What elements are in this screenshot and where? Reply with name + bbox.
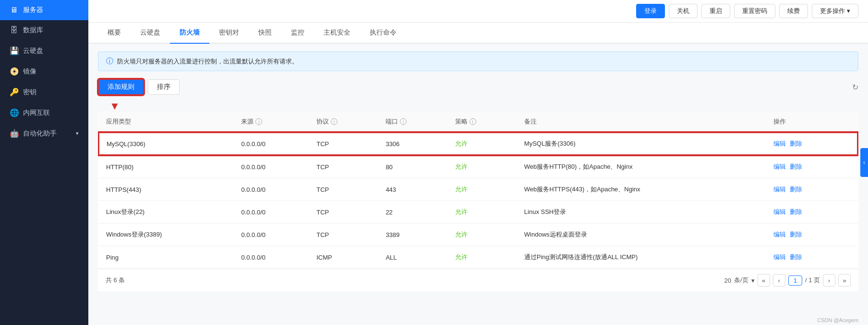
actions-cell: 编辑删除: [766, 201, 858, 224]
table-row: HTTPS(443)0.0.0.0/0TCP443允许Web服务HTTPS(44…: [98, 178, 858, 201]
policy-cell: 允许: [447, 178, 517, 201]
protocol-cell: TCP: [309, 132, 378, 155]
tab-snapshot[interactable]: 快照: [249, 23, 281, 44]
delete-button[interactable]: 删除: [790, 162, 802, 171]
last-page-button[interactable]: »: [838, 274, 851, 287]
prev-page-button[interactable]: ‹: [773, 274, 785, 287]
sidebar-item-disk[interactable]: 💾 云硬盘: [0, 40, 88, 61]
source-info-icon[interactable]: i: [255, 118, 262, 125]
port-cell: 3306: [378, 132, 447, 155]
reset-password-button[interactable]: 重置密码: [734, 4, 775, 18]
tab-overview[interactable]: 概要: [98, 23, 131, 44]
tab-keypair[interactable]: 密钥对: [209, 23, 249, 44]
policy-info-icon[interactable]: i: [470, 118, 476, 125]
sidebar-item-network[interactable]: 🌐 内网互联: [0, 102, 88, 123]
edit-button[interactable]: 编辑: [773, 230, 786, 239]
main-content: 登录 关机 重启 重置密码 续费 更多操作 ▾ 概要 云硬盘 防火墙 密钥对 快…: [88, 0, 868, 325]
content-area: ⓘ 防火墙只对服务器的入流量进行控制，出流量默认允许所有请求。 添加规则 排序 …: [88, 44, 868, 325]
protocol-cell: TCP: [309, 178, 378, 201]
app-type-cell: MySQL(3306): [98, 132, 233, 155]
col-action: 操作: [766, 112, 858, 132]
sidebar-item-mirror[interactable]: 📀 镜像: [0, 61, 88, 82]
source-cell: 0.0.0.0/0: [233, 201, 309, 224]
app-type-cell: Ping: [98, 246, 233, 269]
table-footer: 共 6 条 20 条/页 ▾ « ‹ 1 / 1 页 › »: [98, 269, 858, 291]
table-row: Ping0.0.0.0/0ICMPALL允许通过Ping测试网络连通性(放通AL…: [98, 246, 858, 269]
info-banner-text: 防火墙只对服务器的入流量进行控制，出流量默认允许所有请求。: [117, 57, 298, 66]
shutdown-button[interactable]: 关机: [669, 4, 698, 18]
delete-button[interactable]: 删除: [790, 185, 802, 194]
port-cell: 22: [378, 201, 447, 224]
sidebar-item-server[interactable]: 🖥 服务器: [0, 0, 88, 20]
delete-button[interactable]: 删除: [790, 253, 802, 262]
col-source: 来源 i: [233, 112, 309, 132]
sidebar-item-database[interactable]: 🗄 数据库: [0, 20, 88, 40]
tab-monitor[interactable]: 监控: [281, 23, 314, 44]
info-icon: ⓘ: [106, 57, 113, 66]
protocol-cell: TCP: [309, 201, 378, 224]
tab-disk[interactable]: 云硬盘: [131, 23, 170, 44]
tab-firewall[interactable]: 防火墙: [170, 23, 209, 44]
mirror-icon: 📀: [10, 67, 18, 76]
more-actions-button[interactable]: 更多操作 ▾: [812, 4, 858, 18]
edit-button[interactable]: 编辑: [773, 139, 786, 148]
app-type-cell: HTTP(80): [98, 155, 233, 178]
login-button[interactable]: 登录: [636, 4, 665, 18]
chevron-down-icon: ▾: [76, 130, 79, 137]
sidebar-item-label: 内网互联: [23, 109, 50, 117]
actions-cell: 编辑删除: [766, 178, 858, 201]
protocol-cell: ICMP: [309, 246, 378, 269]
source-cell: 0.0.0.0/0: [233, 224, 309, 246]
table-row: HTTP(80)0.0.0.0/0TCP80允许Web服务HTTP(80)，如A…: [98, 155, 858, 178]
delete-button[interactable]: 删除: [790, 208, 802, 216]
tab-exec-cmd[interactable]: 执行命令: [360, 23, 406, 44]
info-banner: ⓘ 防火墙只对服务器的入流量进行控制，出流量默认允许所有请求。: [98, 51, 858, 71]
port-info-icon[interactable]: i: [400, 118, 407, 125]
sidebar-item-auto[interactable]: 🤖 自动化助手 ▾: [0, 123, 88, 144]
edit-button[interactable]: 编辑: [773, 253, 786, 262]
arrow-down-annotation: ▼: [109, 100, 120, 112]
source-cell: 0.0.0.0/0: [233, 155, 309, 178]
port-cell: ALL: [378, 246, 447, 269]
table-header: 应用类型 来源 i 协议 i: [98, 112, 858, 132]
edit-button[interactable]: 编辑: [773, 208, 786, 216]
sort-button[interactable]: 排序: [148, 79, 180, 95]
watermark: CSDN @Acegem: [817, 317, 858, 323]
renew-button[interactable]: 续费: [779, 4, 808, 18]
sidebar-item-key[interactable]: 🔑 密钥: [0, 82, 88, 102]
sidebar-item-label: 镜像: [23, 67, 36, 76]
topbar: 登录 关机 重启 重置密码 续费 更多操作 ▾: [88, 0, 868, 23]
app-type-cell: HTTPS(443): [98, 178, 233, 201]
app-type-cell: Windows登录(3389): [98, 224, 233, 246]
sidebar-item-label: 数据库: [23, 26, 43, 35]
sidebar-item-label: 自动化助手: [23, 129, 57, 138]
sidebar-item-label: 云硬盘: [23, 47, 43, 55]
first-page-button[interactable]: «: [758, 274, 770, 287]
tab-host-security[interactable]: 主机安全: [314, 23, 360, 44]
edit-button[interactable]: 编辑: [773, 185, 786, 194]
port-cell: 3389: [378, 224, 447, 246]
col-port: 端口 i: [378, 112, 447, 132]
delete-button[interactable]: 删除: [790, 230, 802, 239]
note-cell: MySQL服务(3306): [517, 132, 766, 155]
total-pages: / 1 页: [805, 276, 820, 285]
right-edge-handle[interactable]: ‹: [860, 148, 868, 177]
policy-cell: 允许: [447, 132, 517, 155]
protocol-cell: TCP: [309, 224, 378, 246]
edit-button[interactable]: 编辑: [773, 162, 786, 171]
protocol-info-icon[interactable]: i: [331, 118, 338, 125]
note-cell: Web服务HTTPS(443)，如Apache、Nginx: [517, 178, 766, 201]
policy-cell: 允许: [447, 224, 517, 246]
total-count: 共 6 条: [106, 276, 125, 285]
note-cell: 通过Ping测试网络连通性(放通ALL ICMP): [517, 246, 766, 269]
restart-button[interactable]: 重启: [701, 4, 730, 18]
add-rule-button[interactable]: 添加规则: [98, 79, 144, 95]
firewall-table: 应用类型 来源 i 协议 i: [98, 112, 858, 291]
note-cell: Windows远程桌面登录: [517, 224, 766, 246]
refresh-icon[interactable]: ↻: [852, 83, 858, 92]
port-cell: 80: [378, 155, 447, 178]
next-page-button[interactable]: ›: [823, 274, 835, 287]
page-size-select[interactable]: 20 条/页 ▾: [724, 276, 755, 285]
right-edge-icon: ‹: [863, 159, 865, 166]
delete-button[interactable]: 删除: [790, 139, 802, 148]
